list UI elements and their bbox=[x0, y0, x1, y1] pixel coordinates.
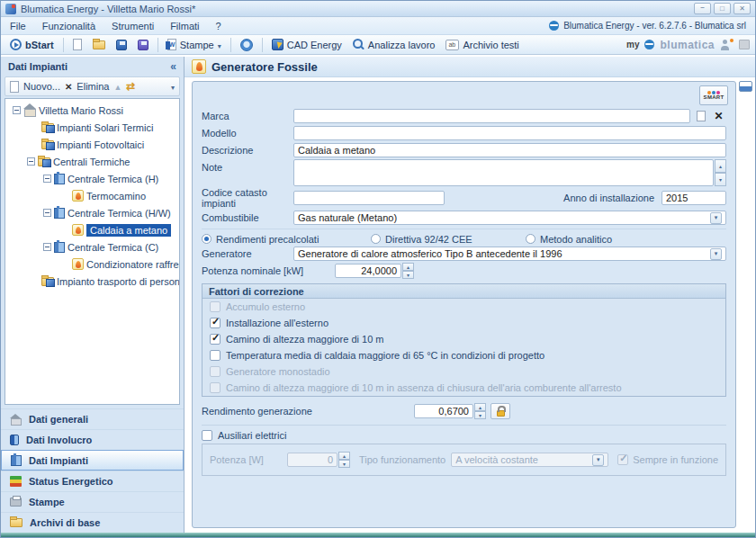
archive-folder-icon bbox=[10, 518, 22, 527]
spin-up-icon[interactable] bbox=[474, 403, 486, 411]
cad-energy-button[interactable]: CAD Energy bbox=[268, 38, 346, 51]
window-controls bbox=[694, 3, 751, 14]
collapse-node-icon[interactable] bbox=[43, 175, 51, 183]
close-button[interactable] bbox=[734, 3, 751, 14]
lock-icon bbox=[497, 410, 505, 417]
tree-item-condizionatore[interactable]: Condizionatore raffrescamento bbox=[5, 256, 179, 273]
modello-label: Modello bbox=[202, 128, 293, 139]
generatore-select[interactable]: Generatore di calore atmosferico Tipo B … bbox=[293, 247, 726, 261]
save-button[interactable] bbox=[112, 39, 130, 51]
sidebar-item-dati-generali[interactable]: Dati generali bbox=[1, 408, 184, 429]
chevron-down-icon[interactable] bbox=[710, 212, 722, 224]
potenza-w-input: 0 bbox=[287, 453, 338, 467]
user-icon[interactable] bbox=[720, 40, 731, 50]
menu-help[interactable]: ? bbox=[216, 21, 221, 31]
tree-item-root[interactable]: Villetta Mario Rossi bbox=[5, 102, 179, 119]
tree-item-centrali[interactable]: Centrali Termiche bbox=[5, 153, 179, 170]
pick-from-archive-button[interactable] bbox=[693, 109, 708, 124]
sidebar-item-dati-involucro[interactable]: Dati Involucro bbox=[1, 429, 184, 450]
anno-installazione-label: Anno di installazione bbox=[563, 193, 654, 203]
codice-catasto-row: Codice catasto impianti Anno di installa… bbox=[202, 187, 726, 209]
collapse-node-icon[interactable] bbox=[13, 106, 21, 114]
checkbox-checked-icon[interactable] bbox=[210, 334, 220, 345]
elimina-button[interactable]: Elimina bbox=[76, 81, 109, 92]
lock-button[interactable] bbox=[490, 403, 510, 419]
checkbox-checked-icon[interactable] bbox=[210, 318, 220, 328]
collapse-panel-icon[interactable] bbox=[170, 60, 176, 73]
open-button[interactable] bbox=[89, 40, 109, 50]
spin-up-icon[interactable] bbox=[402, 263, 414, 271]
dock-panel-icon[interactable] bbox=[739, 81, 752, 92]
checkbox-icon[interactable] bbox=[210, 350, 220, 361]
tree-item-termocamino[interactable]: Termocamino bbox=[5, 187, 179, 204]
scroll-down-icon[interactable] bbox=[715, 173, 726, 186]
move-up-icon[interactable] bbox=[113, 81, 122, 92]
analizza-lavoro-button[interactable]: Analizza lavoro bbox=[349, 38, 439, 51]
codice-catasto-input[interactable] bbox=[293, 191, 445, 205]
note-input[interactable] bbox=[293, 159, 714, 186]
tree-item-centrale-c[interactable]: Centrale Termica (C) bbox=[5, 238, 179, 256]
menu-filmati[interactable]: Filmati bbox=[170, 21, 199, 31]
rendimento-input[interactable]: 0,6700 bbox=[414, 404, 473, 418]
menu-strumenti[interactable]: Strumenti bbox=[112, 21, 154, 31]
modello-input[interactable] bbox=[293, 126, 726, 140]
bstart-button[interactable]: bStart bbox=[6, 38, 58, 51]
swap-icon[interactable] bbox=[126, 80, 135, 93]
brand-my[interactable]: my bbox=[626, 40, 639, 49]
descrizione-input[interactable]: Caldaia a metano bbox=[293, 143, 726, 157]
radio-metodo-analitico[interactable]: Metodo analitico bbox=[526, 234, 612, 245]
menu-file[interactable]: File bbox=[10, 21, 26, 31]
stampe-button[interactable]: Stampe bbox=[164, 38, 225, 51]
tree-item-solari[interactable]: Impianti Solari Termici bbox=[5, 119, 179, 136]
radio-direttiva-9242[interactable]: Direttiva 92/42 CEE bbox=[371, 234, 526, 245]
workspace: Dati Impianti Nuovo... Elimina Villetta … bbox=[1, 57, 755, 533]
tree-item-caldaia-selected[interactable]: Caldaia a metano bbox=[5, 221, 179, 238]
app-icon bbox=[5, 4, 16, 14]
nuovo-button[interactable]: Nuovo... bbox=[23, 81, 60, 92]
smart-button[interactable]: SMART bbox=[699, 85, 728, 105]
sidebar-item-archivi-di-base[interactable]: Archivi di base bbox=[1, 512, 184, 533]
new-button[interactable] bbox=[69, 38, 86, 51]
menu-funzionalita[interactable]: Funzionalità bbox=[42, 21, 95, 31]
minimize-button[interactable] bbox=[694, 3, 711, 14]
badge-button[interactable] bbox=[237, 38, 256, 52]
ausiliari-elettrici-row[interactable]: Ausiliari elettrici bbox=[202, 425, 726, 441]
checkbox-icon[interactable] bbox=[202, 430, 212, 441]
potenza-nominale-input[interactable]: 24,0000 bbox=[335, 264, 401, 278]
cad-icon bbox=[272, 39, 284, 50]
sempre-in-funzione-label: Sempre in funzione bbox=[633, 454, 718, 465]
checkbox-disabled-icon bbox=[210, 301, 220, 312]
brand-name[interactable]: blumatica bbox=[660, 39, 715, 51]
check-installazione-esterno[interactable]: Installazione all'esterno bbox=[202, 315, 725, 331]
chevron-down-icon[interactable] bbox=[710, 248, 722, 260]
tree-options-caret-icon[interactable] bbox=[171, 81, 175, 92]
plant-icon bbox=[11, 455, 22, 466]
collapse-node-icon[interactable] bbox=[43, 209, 51, 217]
anno-installazione-input[interactable]: 2015 bbox=[662, 191, 726, 205]
check-temperatura-65[interactable]: Temperatura media di caldaia maggiore di… bbox=[202, 347, 725, 363]
tree-item-fotovoltaici[interactable]: Impianti Fotovoltaici bbox=[5, 136, 179, 153]
tree-item-centrale-hw[interactable]: Centrale Termica (H/W) bbox=[5, 204, 179, 221]
radio-rendimenti-precalcolati[interactable]: Rendimenti precalcolati bbox=[202, 234, 371, 245]
tree-item-centrale-h[interactable]: Centrale Termica (H) bbox=[5, 170, 179, 187]
brand-area: my blumatica bbox=[626, 39, 750, 51]
envelope-icon bbox=[10, 435, 19, 445]
check-camino-10m[interactable]: Camino di altezza maggiore di 10 m bbox=[202, 331, 725, 347]
basket-icon[interactable] bbox=[739, 40, 750, 49]
sidebar-item-stampe[interactable]: Stampe bbox=[1, 491, 184, 512]
sidebar-item-dati-impianti[interactable]: Dati Impianti bbox=[1, 450, 184, 471]
maximize-button[interactable] bbox=[714, 3, 731, 14]
collapse-node-icon[interactable] bbox=[43, 243, 51, 251]
archivio-testi-button[interactable]: Archivio testi bbox=[442, 39, 522, 51]
spin-down-icon[interactable] bbox=[402, 271, 414, 279]
collapse-node-icon[interactable] bbox=[27, 157, 35, 166]
energy-class-icon bbox=[10, 476, 22, 487]
save-as-button[interactable] bbox=[134, 39, 152, 51]
tree-item-trasporto[interactable]: Impianto trasporto di persone e cose bbox=[5, 273, 179, 290]
spin-down-icon[interactable] bbox=[474, 411, 486, 419]
clear-button[interactable] bbox=[711, 109, 726, 124]
marca-input[interactable] bbox=[293, 109, 690, 123]
combustibile-select[interactable]: Gas naturale (Metano) bbox=[293, 211, 726, 225]
scroll-up-icon[interactable] bbox=[715, 159, 726, 173]
sidebar-item-status-energetico[interactable]: Status Energetico bbox=[1, 471, 184, 491]
